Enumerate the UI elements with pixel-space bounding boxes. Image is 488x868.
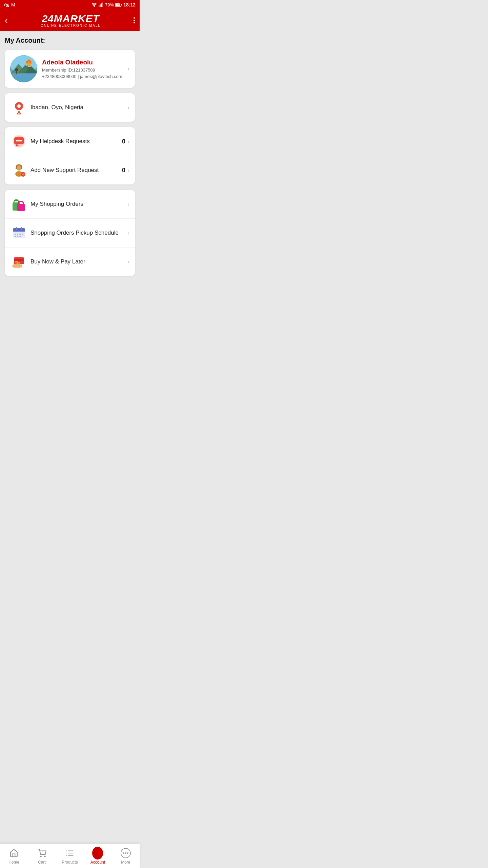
buynow-icon [10, 253, 28, 271]
svg-rect-36 [17, 204, 25, 211]
svg-rect-2 [100, 4, 101, 7]
helpdesk-chevron-icon: › [127, 138, 129, 145]
location-chevron-icon: › [127, 104, 129, 111]
membership-id: Membership ID:121337509 [42, 67, 123, 73]
shopping-orders-menu-item[interactable]: My Shopping Orders › [5, 190, 135, 219]
battery-text: 79% [105, 2, 114, 7]
signal-icon [98, 2, 104, 7]
svg-rect-50 [14, 259, 24, 261]
svg-rect-54 [13, 264, 15, 267]
svg-point-28 [20, 140, 22, 142]
gmail-icon: M [11, 2, 15, 7]
orders-card: My Shopping Orders › [5, 190, 135, 276]
svg-point-27 [18, 140, 20, 142]
svg-text:+: + [22, 172, 24, 177]
pickup-chevron-icon: › [127, 230, 129, 237]
svg-rect-43 [17, 234, 18, 235]
status-bar-right: 79% 18:12 [92, 2, 136, 7]
location-card: Ibadan, Oyo, Nigeria › [5, 93, 135, 122]
svg-rect-3 [101, 3, 102, 7]
svg-point-26 [16, 140, 18, 142]
support-icon: + [10, 161, 28, 179]
location-icon [10, 99, 28, 116]
svg-rect-6 [121, 4, 122, 6]
profile-contact: +2348008008000 | james@plovtech.com [42, 74, 123, 79]
email-address: james@plovtech.com [80, 74, 122, 79]
support-chevron-icon: › [127, 167, 129, 174]
svg-rect-44 [19, 234, 21, 235]
pickup-schedule-menu-item[interactable]: Shopping Orders Pickup Schedule › [5, 219, 135, 248]
buynow-label: Buy Now & Pay Later [28, 258, 127, 265]
phone-number: +2348008008000 [42, 74, 77, 79]
support-label: Add New Support Request [28, 167, 122, 174]
svg-rect-4 [102, 2, 103, 7]
svg-rect-46 [15, 236, 16, 237]
svg-rect-52 [15, 262, 20, 263]
svg-rect-55 [15, 263, 17, 267]
svg-point-22 [16, 113, 22, 115]
pickup-label: Shopping Orders Pickup Schedule [28, 230, 127, 236]
status-bar: 🛍 M 79% 18:12 [0, 0, 140, 9]
shopping-bag-icon: 🛍 [4, 2, 9, 8]
helpdesk-count: 0 [122, 138, 125, 145]
svg-point-21 [17, 104, 21, 108]
location-label: Ibadan, Oyo, Nigeria [28, 104, 127, 111]
more-menu-button[interactable] [134, 17, 135, 23]
helpdesk-menu-item[interactable]: My Helpdesk Requests 0 › [5, 127, 135, 156]
svg-rect-56 [17, 263, 19, 267]
app-header: ‹ 24MARKET ONLINE ELECTRONIC MALL [0, 9, 140, 31]
wifi-icon [92, 2, 97, 7]
svg-point-0 [94, 6, 94, 7]
profile-card[interactable]: Adeola Oladeolu Membership ID:121337509 … [5, 50, 135, 88]
svg-rect-48 [19, 236, 21, 237]
page-content: My Account: [0, 31, 140, 309]
logo-title: 24MARKET [42, 14, 99, 24]
time-display: 18:12 [123, 2, 136, 7]
svg-point-19 [15, 68, 18, 72]
svg-rect-57 [19, 263, 20, 267]
location-menu-item[interactable]: Ibadan, Oyo, Nigeria › [5, 93, 135, 122]
svg-rect-51 [15, 261, 18, 262]
svg-rect-31 [16, 167, 17, 169]
orders-chevron-icon: › [127, 201, 129, 208]
section-title: My Account: [5, 37, 135, 44]
svg-rect-39 [13, 230, 25, 232]
support-card: My Helpdesk Requests 0 › + [5, 127, 135, 184]
profile-avatar [10, 55, 37, 82]
helpdesk-label: My Helpdesk Requests [28, 138, 122, 145]
profile-info: Adeola Oladeolu Membership ID:121337509 … [42, 59, 123, 79]
battery-icon [115, 3, 122, 7]
buynow-chevron-icon: › [127, 258, 129, 265]
support-count: 0 [122, 167, 125, 174]
logo-subtitle: ONLINE ELECTRONIC MALL [41, 24, 101, 27]
svg-rect-58 [20, 264, 22, 267]
svg-rect-41 [21, 227, 22, 230]
svg-rect-42 [15, 234, 16, 235]
profile-chevron-icon: › [127, 65, 129, 73]
orders-label: My Shopping Orders [28, 201, 127, 208]
calendar-icon [10, 224, 28, 242]
svg-rect-17 [27, 67, 30, 68]
svg-rect-47 [17, 236, 18, 237]
orders-icon [10, 195, 28, 213]
helpdesk-icon [10, 133, 28, 150]
support-request-menu-item[interactable]: + Add New Support Request 0 › [5, 156, 135, 184]
status-bar-left: 🛍 M [4, 2, 15, 8]
svg-rect-45 [22, 234, 23, 235]
buynow-menu-item[interactable]: Buy Now & Pay Later › [5, 248, 135, 276]
svg-rect-1 [99, 5, 99, 7]
profile-name: Adeola Oladeolu [42, 59, 123, 66]
svg-rect-13 [10, 73, 37, 82]
app-logo: 24MARKET ONLINE ELECTRONIC MALL [41, 14, 101, 27]
svg-rect-32 [21, 167, 22, 169]
back-button[interactable]: ‹ [5, 15, 8, 26]
svg-rect-40 [16, 227, 17, 230]
